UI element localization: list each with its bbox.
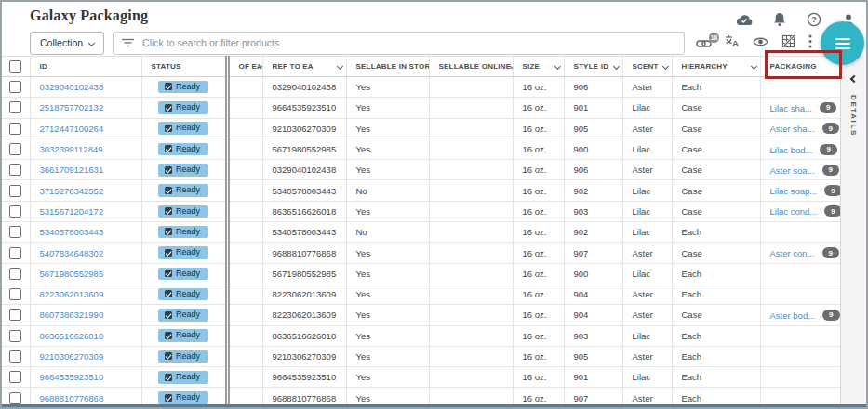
product-id-link[interactable]: 3661709121631 xyxy=(40,165,104,175)
size-cell: 16 oz. xyxy=(513,263,564,284)
packaging-link[interactable]: Aster soa... xyxy=(770,165,815,175)
column-header-hierarchy[interactable]: HIERARCHY xyxy=(672,57,760,77)
packaging-link[interactable]: Aster con... xyxy=(770,248,815,258)
size-cell: 16 oz. xyxy=(513,201,564,221)
column-header-checkbox[interactable] xyxy=(2,57,30,77)
id-cell: 5315671204172 xyxy=(30,201,141,221)
scent-cell: Lilac xyxy=(622,222,672,243)
chevron-down-icon[interactable] xyxy=(661,63,668,70)
details-panel[interactable]: DETAILS xyxy=(840,56,866,404)
row-checkbox[interactable] xyxy=(9,330,21,342)
collection-dropdown-label: Collection xyxy=(40,37,83,48)
column-header-status[interactable]: STATUS xyxy=(141,57,227,77)
packaging-link[interactable]: Lilac sha... xyxy=(770,102,812,112)
packaging-link[interactable]: Aster bod... xyxy=(770,310,816,320)
status-cell: Ready xyxy=(141,263,227,284)
chevron-down-icon[interactable] xyxy=(612,63,619,70)
product-id-link[interactable]: 0329040102438 xyxy=(40,82,104,92)
search-input[interactable] xyxy=(142,37,675,48)
menu-fab-button[interactable] xyxy=(821,21,864,65)
column-header-style_id[interactable]: STYLE ID xyxy=(564,57,622,77)
status-badge: Ready xyxy=(158,288,208,301)
more-vertical-icon[interactable] xyxy=(808,34,812,52)
column-header-scent[interactable]: SCENT xyxy=(622,57,672,77)
column-label: SELLABLE ONLINE xyxy=(439,62,512,71)
ref-to-ea-cell: 0329040102438 xyxy=(262,160,346,180)
row-checkbox[interactable] xyxy=(9,350,21,363)
notifications-icon[interactable] xyxy=(773,12,786,27)
product-id-link[interactable]: 5315671204172 xyxy=(40,206,104,217)
ref-to-ea-cell: 9664535923510 xyxy=(262,98,346,118)
help-icon[interactable]: ? xyxy=(807,12,821,27)
chevron-left-icon[interactable] xyxy=(849,75,857,83)
of-ea-cell xyxy=(227,263,262,284)
chevron-down-icon[interactable] xyxy=(554,63,560,70)
row-checkbox[interactable] xyxy=(9,123,21,135)
product-id-link[interactable]: 5407834648302 xyxy=(40,248,104,258)
product-id-link[interactable]: 9210306270309 xyxy=(40,351,104,362)
horizontal-scrollbar[interactable] xyxy=(2,404,866,407)
sellable-in-store-cell: Yes xyxy=(346,118,429,139)
sellable-in-store-cell: Yes xyxy=(346,139,429,159)
ref-to-ea-cell: 0329040102438 xyxy=(262,77,346,98)
link-icon[interactable]: 18 xyxy=(696,37,712,49)
hierarchy-cell: Case xyxy=(672,180,760,201)
toolbar: Collection 18 A xyxy=(30,31,812,55)
product-id-link[interactable]: 8636516626018 xyxy=(40,331,104,341)
row-checkbox[interactable] xyxy=(9,101,21,113)
product-id-link[interactable]: 3032399112849 xyxy=(40,144,103,154)
checkbox-cell xyxy=(2,243,30,263)
product-id-link[interactable]: 2518757702132 xyxy=(40,102,104,112)
translate-icon[interactable]: A xyxy=(725,34,740,51)
search-bar[interactable] xyxy=(113,32,685,55)
preview-icon[interactable] xyxy=(753,34,768,51)
packaging-link[interactable]: Lilac bod... xyxy=(770,144,813,154)
row-checkbox[interactable] xyxy=(9,164,21,176)
column-header-of_ea[interactable]: OF EA xyxy=(227,57,262,77)
chevron-down-icon[interactable] xyxy=(750,63,756,70)
column-header-sellable_online[interactable]: SELLABLE ONLINE xyxy=(429,57,513,77)
collection-dropdown[interactable]: Collection xyxy=(30,32,104,55)
row-checkbox[interactable] xyxy=(9,268,21,280)
size-cell: 16 oz. xyxy=(513,160,564,180)
column-header-id[interactable]: ID xyxy=(30,57,141,77)
id-cell: 8607386321990 xyxy=(30,305,141,325)
column-header-sellable_in_store[interactable]: SELLABLE IN STORE xyxy=(346,57,429,77)
row-checkbox[interactable] xyxy=(9,226,21,238)
packaging-link[interactable]: Lilac cond... xyxy=(770,206,818,217)
row-checkbox[interactable] xyxy=(9,185,21,197)
product-id-link[interactable]: 8607386321990 xyxy=(40,310,104,320)
row-checkbox[interactable] xyxy=(9,247,21,259)
row-checkbox[interactable] xyxy=(9,392,21,404)
grid-off-icon[interactable] xyxy=(781,34,795,52)
sellable-in-store-cell: Yes xyxy=(346,346,429,366)
row-checkbox[interactable] xyxy=(9,81,21,93)
row-checkbox[interactable] xyxy=(9,205,21,218)
check-icon xyxy=(165,332,172,339)
sellable-online-cell xyxy=(429,98,513,118)
link-count-badge: 18 xyxy=(709,33,719,43)
chevron-down-icon[interactable] xyxy=(336,63,342,70)
column-header-size[interactable]: SIZE xyxy=(513,57,564,77)
product-id-link[interactable]: 5671980552985 xyxy=(40,269,104,279)
select-all-checkbox[interactable] xyxy=(9,60,21,73)
product-id-link[interactable]: 2712447100264 xyxy=(40,124,104,134)
sellable-online-cell xyxy=(429,243,513,263)
ref-to-ea-cell: 8223062013609 xyxy=(262,305,346,325)
product-id-link[interactable]: 9664535923510 xyxy=(40,372,104,382)
product-id-link[interactable]: 8223062013609 xyxy=(40,289,104,299)
column-header-ref_to_ea[interactable]: REF TO EA xyxy=(262,57,346,77)
row-checkbox[interactable] xyxy=(9,371,21,383)
row-checkbox[interactable] xyxy=(9,288,21,300)
sellable-in-store-cell: Yes xyxy=(346,284,429,304)
product-id-link[interactable]: 3715276342552 xyxy=(40,186,104,196)
packaging-link[interactable]: Lilac soap... xyxy=(770,186,818,196)
row-checkbox[interactable] xyxy=(9,309,21,321)
row-checkbox[interactable] xyxy=(9,143,21,155)
product-id-link[interactable]: 5340578003443 xyxy=(40,227,104,237)
style-id-cell: 904 xyxy=(564,305,622,325)
status-badge: Ready xyxy=(158,122,208,135)
product-id-link[interactable]: 9688810776868 xyxy=(40,393,104,403)
packaging-link[interactable]: Aster sha... xyxy=(770,124,815,134)
cloud-check-icon[interactable] xyxy=(736,13,753,26)
